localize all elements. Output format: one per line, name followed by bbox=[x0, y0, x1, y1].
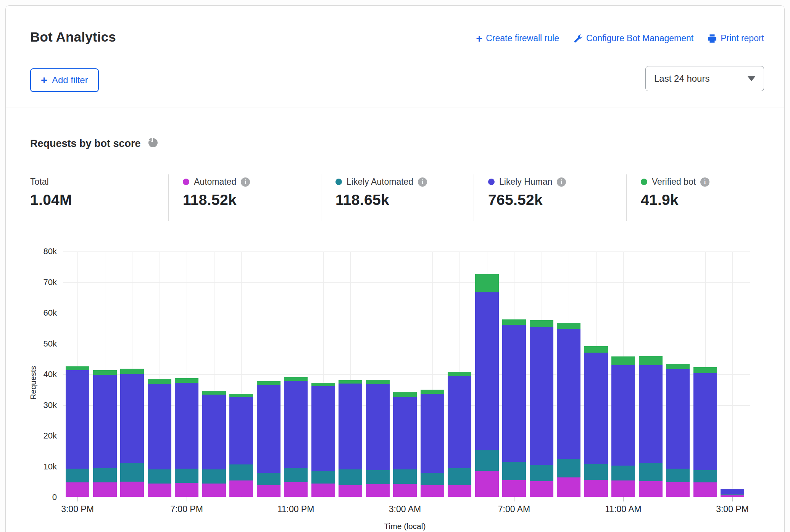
stats-row: Total 1.04M Automated i 118.52k Likely A… bbox=[6, 177, 784, 224]
bar-segment-verified-bot bbox=[202, 391, 226, 395]
y-tick-label: 30k bbox=[44, 400, 57, 410]
info-icon[interactable]: i bbox=[418, 177, 427, 187]
bar-segment-verified-bot bbox=[421, 390, 444, 394]
bar-segment-automated bbox=[611, 480, 635, 497]
automated-legend-dot bbox=[183, 179, 189, 185]
bar-segment-automated bbox=[257, 485, 281, 497]
bar-segment-likely-human bbox=[257, 385, 281, 473]
stacked-bar-800am[interactable] bbox=[530, 320, 553, 497]
stacked-bar-700am[interactable] bbox=[502, 319, 526, 497]
chevron-down-icon bbox=[748, 76, 755, 81]
stacked-bar-600pm[interactable] bbox=[148, 379, 171, 497]
bar-segment-verified-bot bbox=[557, 323, 580, 329]
stacked-bar-1000pm[interactable] bbox=[257, 381, 281, 497]
bar-segment-automated bbox=[639, 481, 663, 497]
stacked-bar-1100am[interactable] bbox=[611, 356, 635, 497]
x-tick-label: 7:00 AM bbox=[498, 504, 530, 514]
stat-verified-bot-label: Verified bot bbox=[652, 177, 696, 187]
bar-segment-likely-automated bbox=[639, 463, 663, 481]
printer-icon bbox=[707, 34, 717, 44]
stacked-bar-100am[interactable] bbox=[339, 380, 362, 497]
bar-segment-automated bbox=[93, 482, 117, 497]
stat-verified-bot: Verified bot i 41.9k bbox=[641, 177, 709, 208]
y-tick-label: 60k bbox=[44, 308, 57, 318]
bar-segment-likely-human bbox=[175, 383, 198, 469]
h-gridline bbox=[63, 313, 750, 313]
x-tick-mark bbox=[77, 497, 78, 501]
bar-segment-verified-bot bbox=[311, 383, 335, 387]
x-tick-mark bbox=[296, 497, 296, 501]
bar-segment-likely-automated bbox=[502, 462, 526, 480]
bar-segment-likely-automated bbox=[475, 450, 499, 471]
stacked-bar-200pm[interactable] bbox=[693, 367, 717, 497]
bar-segment-automated bbox=[475, 471, 499, 497]
plus-icon: + bbox=[41, 76, 47, 84]
bar-segment-likely-automated bbox=[530, 465, 553, 481]
stacked-bar-300pm[interactable] bbox=[721, 489, 744, 497]
stacked-bar-700pm[interactable] bbox=[175, 378, 198, 497]
x-tick-label: 11:00 PM bbox=[277, 504, 314, 514]
bar-segment-automated bbox=[721, 495, 744, 497]
likely-human-legend-dot bbox=[488, 179, 495, 185]
stacked-bar-300am[interactable] bbox=[393, 392, 417, 497]
x-tick-mark bbox=[623, 497, 624, 501]
stat-automated-label: Automated bbox=[194, 177, 236, 187]
stacked-bar-100pm[interactable] bbox=[666, 364, 690, 497]
plus-icon: + bbox=[476, 35, 482, 42]
y-tick-label: 0 bbox=[52, 492, 57, 502]
stacked-bar-400pm[interactable] bbox=[93, 370, 117, 497]
y-tick-label: 40k bbox=[44, 369, 57, 379]
stacked-bar-600am[interactable] bbox=[475, 274, 499, 497]
x-tick-label: 3:00 PM bbox=[61, 504, 94, 514]
bar-segment-automated bbox=[229, 480, 253, 497]
stacked-bar-900am[interactable] bbox=[557, 323, 580, 497]
info-icon[interactable]: i bbox=[241, 177, 250, 187]
bar-segment-verified-bot bbox=[530, 320, 553, 327]
bar-segment-likely-human bbox=[639, 365, 663, 463]
stacked-bar-1000am[interactable] bbox=[584, 346, 608, 497]
y-tick-label: 20k bbox=[44, 431, 57, 441]
stacked-bar-1200am[interactable] bbox=[311, 383, 335, 497]
configure-bot-management-link[interactable]: Configure Bot Management bbox=[573, 33, 693, 44]
bar-segment-automated bbox=[284, 482, 308, 497]
bar-segment-automated bbox=[393, 484, 417, 497]
stacked-bar-500am[interactable] bbox=[448, 372, 471, 497]
verified-bot-legend-dot bbox=[641, 179, 647, 185]
time-range-select[interactable]: Last 24 hours bbox=[645, 66, 764, 91]
bar-segment-likely-human bbox=[120, 374, 144, 463]
stat-total-value: 1.04M bbox=[30, 192, 72, 208]
bar-segment-verified-bot bbox=[448, 372, 471, 376]
bar-segment-likely-automated bbox=[393, 469, 417, 484]
stacked-bar-200am[interactable] bbox=[366, 380, 390, 497]
bar-segment-likely-human bbox=[611, 365, 635, 465]
create-firewall-rule-link[interactable]: + Create firewall rule bbox=[476, 33, 559, 44]
bar-segment-likely-human bbox=[229, 397, 253, 464]
stacked-bar-1200pm[interactable] bbox=[639, 356, 663, 497]
bar-segment-automated bbox=[530, 481, 553, 497]
add-filter-button[interactable]: + Add filter bbox=[30, 68, 99, 92]
bar-segment-verified-bot bbox=[120, 369, 144, 374]
stacked-bar-800pm[interactable] bbox=[202, 391, 226, 497]
bar-segment-likely-automated bbox=[584, 464, 608, 480]
v-gridline bbox=[732, 251, 733, 497]
bar-segment-automated bbox=[311, 484, 335, 497]
configure-bot-management-label: Configure Bot Management bbox=[586, 33, 693, 44]
bar-segment-verified-bot bbox=[66, 366, 89, 370]
stacked-bar-900pm[interactable] bbox=[229, 394, 253, 497]
bar-segment-verified-bot bbox=[639, 356, 663, 365]
stacked-bar-1100pm[interactable] bbox=[284, 377, 308, 497]
stacked-bar-300pm[interactable] bbox=[66, 366, 89, 497]
bar-segment-likely-human bbox=[366, 384, 390, 470]
bar-segment-verified-bot bbox=[229, 394, 253, 398]
bar-segment-likely-automated bbox=[448, 468, 471, 485]
info-icon[interactable]: i bbox=[700, 177, 709, 187]
stacked-bar-400am[interactable] bbox=[421, 390, 444, 497]
bar-segment-likely-automated bbox=[311, 471, 335, 484]
bar-segment-automated bbox=[421, 485, 444, 497]
print-report-link[interactable]: Print report bbox=[707, 33, 764, 44]
info-icon[interactable]: i bbox=[557, 177, 566, 187]
h-gridline bbox=[63, 344, 750, 344]
wrench-icon bbox=[573, 34, 583, 44]
stacked-bar-500pm[interactable] bbox=[120, 369, 144, 497]
bar-segment-automated bbox=[66, 482, 89, 497]
